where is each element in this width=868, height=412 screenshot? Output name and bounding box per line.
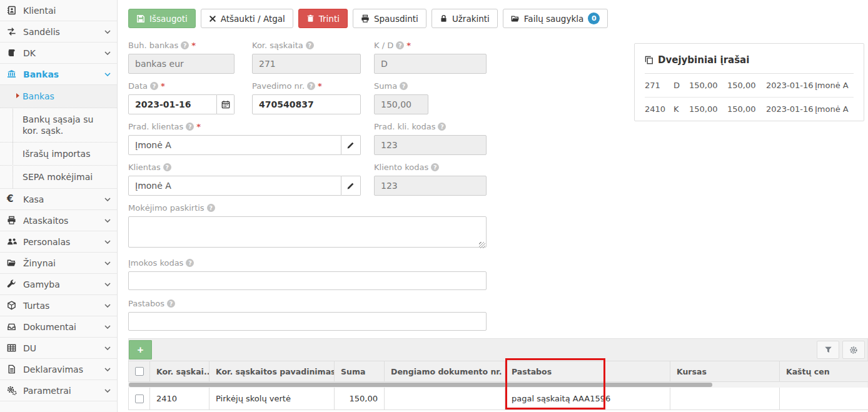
mokejimo-paskirtis-textarea[interactable] bbox=[128, 216, 487, 248]
lock-button[interactable]: Užrakinti bbox=[431, 9, 498, 28]
cell-kor-saskaita[interactable]: 2410 bbox=[150, 388, 209, 410]
filter-button[interactable] bbox=[817, 341, 839, 359]
entry-client: Įmonė A bbox=[815, 104, 854, 114]
entry-kd: D bbox=[674, 81, 689, 90]
delete-label: Trinti bbox=[319, 14, 340, 24]
entry-date: 2023-01-16 bbox=[766, 104, 815, 114]
submenu-item-banku-sasaja[interactable]: Bankų sąsaja su kor. sąsk. bbox=[0, 108, 117, 143]
help-icon[interactable]: ? bbox=[438, 123, 446, 131]
grid-horizontal-scrollbar[interactable] bbox=[128, 382, 868, 388]
help-icon[interactable]: ? bbox=[431, 163, 439, 171]
grid-data-row: 2410 Pirkėjų skolų vertė 150,00 pagal są… bbox=[128, 388, 868, 410]
sidebar-item-bankas[interactable]: Bankas bbox=[0, 64, 117, 85]
gear-icon bbox=[849, 346, 858, 354]
pavedimo-nr-input[interactable] bbox=[252, 94, 361, 114]
sidebar-item-kasa[interactable]: € Kasa bbox=[0, 189, 117, 210]
prad-kli-kodas-field bbox=[374, 135, 487, 155]
sidebar-item-label: DU bbox=[23, 343, 36, 353]
imokos-kodas-input[interactable] bbox=[128, 271, 487, 290]
col-header-kor-saskaita[interactable]: Kor. sąskai... bbox=[150, 361, 209, 382]
col-header-pavadinimas[interactable]: Kor. sąskaitos pavadinimas bbox=[209, 361, 335, 382]
sidebar-item-label: Turtas bbox=[23, 301, 49, 311]
kd-field bbox=[374, 54, 487, 74]
lock-label: Užrakinti bbox=[452, 14, 490, 24]
help-icon[interactable]: ? bbox=[150, 82, 158, 90]
edit-client-button[interactable] bbox=[341, 135, 361, 155]
cancel-label: Atšaukti / Atgal bbox=[221, 14, 285, 24]
help-icon[interactable]: ? bbox=[163, 163, 171, 171]
sidebar-item-deklaravimas[interactable]: Deklaravimas bbox=[0, 359, 117, 380]
sidebar-item-label: Kasa bbox=[23, 194, 44, 204]
bankas-submenu: Bankas Bankų sąsaja su kor. sąsk. Išrašų… bbox=[0, 85, 117, 189]
printer-icon bbox=[361, 14, 370, 23]
pastabos-input[interactable] bbox=[128, 312, 487, 331]
scrollbar-thumb[interactable] bbox=[129, 383, 712, 387]
toolbar: Išsaugoti Atšaukti / Atgal Trinti Spausd… bbox=[128, 9, 608, 28]
help-icon[interactable]: ? bbox=[396, 41, 404, 49]
chevron-down-icon bbox=[104, 283, 111, 286]
sidebar-item-dokumentai[interactable]: Dokumentai bbox=[0, 316, 117, 338]
sidebar-item-turtas[interactable]: Turtas bbox=[0, 295, 117, 316]
col-header-kursas[interactable]: Kursas bbox=[670, 361, 780, 382]
calendar-button[interactable] bbox=[217, 94, 235, 114]
help-icon[interactable]: ? bbox=[207, 204, 215, 212]
help-icon[interactable]: ? bbox=[307, 82, 315, 90]
date-input[interactable] bbox=[128, 94, 217, 114]
help-icon[interactable]: ? bbox=[167, 299, 175, 308]
chevron-down-icon bbox=[104, 389, 111, 393]
sidebar-item-personalas[interactable]: Personalas bbox=[0, 231, 117, 253]
files-button[interactable]: Failų saugykla 0 bbox=[503, 9, 608, 28]
sidebar-item-du[interactable]: DU bbox=[0, 338, 117, 359]
prad-klientas-input[interactable] bbox=[128, 135, 341, 155]
field-label: Kliento kodas bbox=[374, 163, 428, 172]
sidebar-item-ataskaitos[interactable]: Ataskaitos bbox=[0, 210, 117, 231]
col-header-suma[interactable]: Suma bbox=[335, 361, 385, 382]
save-button[interactable]: Išsaugoti bbox=[128, 9, 196, 28]
cell-kursas[interactable] bbox=[670, 388, 780, 410]
help-icon[interactable]: ? bbox=[400, 82, 408, 90]
col-header-dengiamo-nr[interactable]: Dengiamo dokumento nr. bbox=[385, 361, 505, 382]
sidebar-item-gamyba[interactable]: Gamyba bbox=[0, 274, 117, 295]
cell-pastabos[interactable]: pagal sąskaitą AAA1596 bbox=[505, 388, 670, 410]
submenu-item-israsu-importas[interactable]: Išrašų importas bbox=[0, 143, 117, 166]
col-header-kastu-centras[interactable]: Kaštų cen bbox=[780, 361, 868, 382]
entry-amount-base: 150,00 bbox=[727, 104, 766, 114]
cell-dengiamo-nr[interactable] bbox=[385, 388, 505, 410]
cell-kastu-centras[interactable] bbox=[780, 388, 868, 410]
help-icon[interactable]: ? bbox=[186, 259, 194, 267]
field-label: Prad. klientas bbox=[128, 122, 183, 131]
help-icon[interactable]: ? bbox=[181, 41, 189, 49]
cell-pavadinimas[interactable]: Pirkėjų skolų vertė bbox=[209, 388, 335, 410]
delete-button[interactable]: Trinti bbox=[298, 9, 348, 28]
help-icon[interactable]: ? bbox=[306, 41, 314, 49]
klientas-input[interactable] bbox=[128, 176, 341, 196]
sidebar-item-parametrai[interactable]: Parametrai bbox=[0, 380, 117, 401]
help-icon[interactable]: ? bbox=[186, 123, 194, 131]
select-all-checkbox[interactable] bbox=[135, 367, 144, 376]
sidebar-item-label: Gamyba bbox=[23, 279, 60, 289]
euro-icon: € bbox=[7, 194, 23, 204]
sidebar-item-klientai[interactable]: Klientai bbox=[0, 0, 117, 21]
row-checkbox[interactable] bbox=[135, 394, 144, 403]
col-header-pastabos[interactable]: Pastabos bbox=[505, 361, 670, 382]
edit-client-button[interactable] bbox=[341, 176, 361, 196]
bank-icon bbox=[7, 69, 23, 79]
file-text-icon bbox=[7, 364, 23, 374]
suma-field bbox=[374, 94, 428, 114]
grid-settings-button[interactable] bbox=[842, 341, 865, 359]
field-label: Prad. kli. kodas bbox=[374, 122, 435, 131]
grid-toolbar: + bbox=[128, 338, 868, 361]
cell-suma[interactable]: 150,00 bbox=[335, 388, 385, 410]
sidebar-item-sandelis[interactable]: Sandėlis bbox=[0, 21, 117, 43]
submenu-item-sepa-mokejimai[interactable]: SEPA mokėjimai bbox=[0, 166, 117, 188]
sidebar-item-dk[interactable]: DK bbox=[0, 43, 117, 64]
entry-amount: 150,00 bbox=[689, 104, 727, 114]
book-icon bbox=[7, 48, 23, 58]
required-asterisk: * bbox=[196, 122, 201, 131]
submenu-item-bankas[interactable]: Bankas bbox=[0, 85, 117, 108]
print-button[interactable]: Spausdinti bbox=[353, 9, 426, 28]
cancel-button[interactable]: Atšaukti / Atgal bbox=[201, 9, 293, 28]
required-asterisk: * bbox=[161, 81, 165, 91]
add-row-button[interactable]: + bbox=[129, 340, 152, 359]
sidebar-item-zinynai[interactable]: Žinynai bbox=[0, 253, 117, 274]
